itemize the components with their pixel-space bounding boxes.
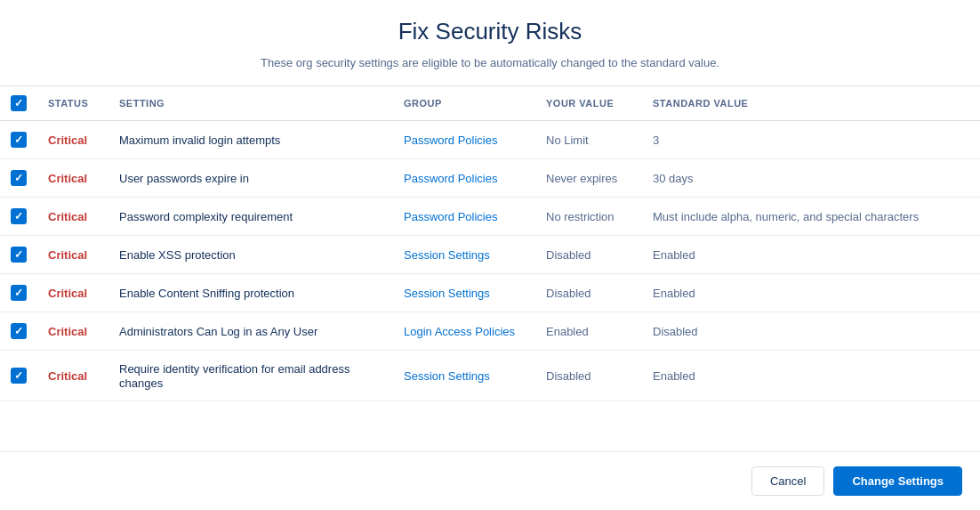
status-badge-6: Critical (48, 369, 87, 383)
row-your-value-1: Never expires (535, 159, 642, 198)
group-link-3[interactable]: Session Settings (404, 248, 490, 262)
row-status-4: Critical (37, 274, 108, 312)
group-link-4[interactable]: Session Settings (404, 287, 490, 300)
your-value-text-2: No restriction (546, 210, 615, 223)
your-value-text-6: Disabled (546, 369, 591, 383)
row-checkbox-2[interactable] (11, 208, 27, 224)
setting-text-4: Enable Content Sniffing protection (119, 287, 294, 300)
row-setting-0: Maximum invalid login attempts (108, 121, 393, 159)
setting-text-0: Maximum invalid login attempts (119, 134, 280, 147)
setting-text-1: User passwords expire in (119, 172, 249, 185)
row-standard-value-6: Enabled (642, 351, 980, 401)
header-setting: SETTING (108, 86, 393, 121)
row-checkbox-0[interactable] (11, 132, 27, 148)
setting-text-5: Administrators Can Log in as Any User (119, 325, 317, 338)
group-link-1[interactable]: Password Policies (404, 172, 498, 185)
row-checkbox-cell-0 (0, 121, 37, 159)
row-checkbox-cell-2 (0, 198, 37, 236)
your-value-text-5: Enabled (546, 325, 589, 338)
group-link-0[interactable]: Password Policies (404, 134, 498, 147)
table-row: Critical Administrators Can Log in as An… (0, 312, 980, 351)
status-badge-3: Critical (48, 248, 87, 262)
row-setting-1: User passwords expire in (108, 159, 393, 198)
row-setting-3: Enable XSS protection (108, 236, 393, 274)
standard-value-text-0: 3 (653, 134, 659, 147)
change-settings-button[interactable]: Change Settings (833, 466, 962, 496)
select-all-checkbox[interactable] (11, 95, 27, 111)
standard-value-text-2: Must include alpha, numeric, and special… (653, 210, 919, 223)
header-status: STATUS (37, 86, 108, 121)
header-standard-value: STANDARD VALUE (642, 86, 980, 121)
table-row: Critical Require identity verification f… (0, 351, 980, 401)
standard-value-text-6: Enabled (653, 369, 695, 383)
row-checkbox-6[interactable] (11, 368, 27, 384)
group-link-5[interactable]: Login Access Policies (404, 325, 515, 338)
row-status-6: Critical (37, 351, 108, 401)
page-container: Fix Security Risks These org security se… (0, 0, 980, 510)
table-row: Critical Maximum invalid login attempts … (0, 121, 980, 159)
row-standard-value-2: Must include alpha, numeric, and special… (642, 198, 980, 236)
your-value-text-0: No Limit (546, 134, 589, 147)
row-checkbox-cell-1 (0, 159, 37, 198)
standard-value-text-4: Enabled (653, 287, 695, 300)
row-setting-4: Enable Content Sniffing protection (108, 274, 393, 312)
your-value-text-3: Disabled (546, 248, 591, 262)
page-title: Fix Security Risks (0, 18, 980, 45)
row-group-6: Session Settings (393, 351, 535, 401)
row-setting-6: Require identity verification for email … (108, 351, 393, 401)
setting-text-3: Enable XSS protection (119, 248, 236, 262)
table-row: Critical User passwords expire in Passwo… (0, 159, 980, 198)
row-group-2: Password Policies (393, 198, 535, 236)
setting-text-2: Password complexity requirement (119, 210, 293, 223)
page-subtitle: These org security settings are eligible… (0, 56, 980, 69)
group-link-6[interactable]: Session Settings (404, 369, 490, 383)
footer: Cancel Change Settings (0, 451, 980, 510)
header-group: GROUP (393, 86, 535, 121)
standard-value-text-5: Disabled (653, 325, 698, 338)
row-your-value-4: Disabled (535, 274, 642, 312)
row-your-value-2: No restriction (535, 198, 642, 236)
row-standard-value-1: 30 days (642, 159, 980, 198)
row-checkbox-cell-3 (0, 236, 37, 274)
row-setting-5: Administrators Can Log in as Any User (108, 312, 393, 351)
row-checkbox-3[interactable] (11, 247, 27, 263)
row-status-1: Critical (37, 159, 108, 198)
row-standard-value-4: Enabled (642, 274, 980, 312)
row-checkbox-cell-6 (0, 351, 37, 401)
status-badge-0: Critical (48, 134, 87, 147)
row-checkbox-cell-5 (0, 312, 37, 351)
setting-text-6: Require identity verification for email … (119, 362, 349, 390)
group-link-2[interactable]: Password Policies (404, 210, 498, 223)
table-container: STATUS SETTING GROUP YOUR VALUE STANDARD… (0, 85, 980, 442)
row-standard-value-0: 3 (642, 121, 980, 159)
header-checkbox-cell (0, 86, 37, 121)
status-badge-4: Critical (48, 287, 87, 300)
status-badge-2: Critical (48, 210, 87, 223)
row-group-0: Password Policies (393, 121, 535, 159)
row-status-3: Critical (37, 236, 108, 274)
status-badge-1: Critical (48, 172, 87, 185)
row-standard-value-5: Disabled (642, 312, 980, 351)
cancel-button[interactable]: Cancel (751, 466, 824, 496)
row-group-1: Password Policies (393, 159, 535, 198)
standard-value-text-3: Enabled (653, 248, 695, 262)
your-value-text-4: Disabled (546, 287, 591, 300)
row-group-4: Session Settings (393, 274, 535, 312)
standard-value-text-1: 30 days (653, 172, 694, 185)
row-checkbox-1[interactable] (11, 170, 27, 186)
row-group-3: Session Settings (393, 236, 535, 274)
row-standard-value-3: Enabled (642, 236, 980, 274)
row-status-2: Critical (37, 198, 108, 236)
header-your-value: YOUR VALUE (535, 86, 642, 121)
row-checkbox-cell-4 (0, 274, 37, 312)
security-table: STATUS SETTING GROUP YOUR VALUE STANDARD… (0, 86, 980, 401)
status-badge-5: Critical (48, 325, 87, 338)
your-value-text-1: Never expires (546, 172, 617, 185)
row-checkbox-4[interactable] (11, 285, 27, 301)
row-checkbox-5[interactable] (11, 323, 27, 339)
row-status-0: Critical (37, 121, 108, 159)
table-header-row: STATUS SETTING GROUP YOUR VALUE STANDARD… (0, 86, 980, 121)
table-row: Critical Enable XSS protection Session S… (0, 236, 980, 274)
row-your-value-3: Disabled (535, 236, 642, 274)
row-setting-2: Password complexity requirement (108, 198, 393, 236)
